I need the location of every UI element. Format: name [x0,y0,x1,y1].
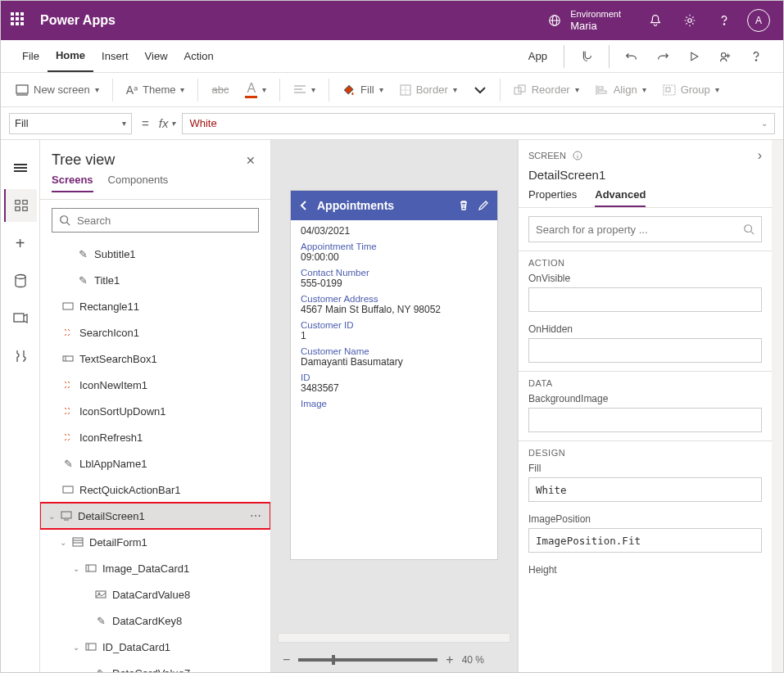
back-icon[interactable] [299,200,309,211]
app-label[interactable]: App [520,50,555,62]
hamburger-button[interactable] [4,151,37,184]
tree-node-datacardvalue8[interactable]: DataCardValue8 [40,581,270,608]
tab-screens[interactable]: Screens [52,174,93,192]
svg-rect-15 [15,207,19,210]
menu-action[interactable]: Action [176,40,222,72]
label-icon: ✎ [94,667,107,674]
zoom-out-button[interactable]: − [283,653,290,667]
insert-button[interactable]: + [4,227,37,260]
align-button-icon[interactable]: ▾ [287,81,322,99]
edit-icon[interactable] [478,200,489,211]
onvisible-label: OnVisible [528,273,762,284]
phone-preview[interactable]: Appointments 04/03/2021 Appointment Time… [291,191,497,559]
backgroundimage-label: BackgroundImage [528,393,762,404]
close-panel-button[interactable]: ✕ [242,154,259,167]
strikethrough-button[interactable]: abc [205,80,235,99]
checker-icon[interactable] [573,43,600,70]
tree-node-title1[interactable]: ✎Title1 [40,267,270,293]
menu-home[interactable]: Home [48,40,93,72]
undo-button[interactable] [618,43,646,70]
tree-node-lblappname1[interactable]: ✎LblAppName1 [40,450,270,477]
chevron-down-icon[interactable]: ⌄ [73,643,79,652]
settings-button[interactable] [675,6,705,35]
tree-view-panel: Tree view ✕ Screens Components ✎Subtitle… [40,140,271,673]
tree-view-button[interactable] [4,189,37,222]
tree-node-detailscreen1[interactable]: ⌄ DetailScreen1 ⋯ [40,503,270,529]
tab-advanced[interactable]: Advanced [595,188,646,207]
theme-button[interactable]: Aᵃ Theme ▾ [120,80,192,100]
play-button[interactable] [680,43,708,70]
collapse-panel-button[interactable]: › [758,148,762,163]
menu-view[interactable]: View [137,40,176,72]
field-value: Damayanti Basumatary [301,356,487,368]
tree-search-input[interactable] [77,215,252,227]
border-button[interactable]: Border ▾ [393,80,464,99]
help-button[interactable] [709,6,739,35]
account-avatar[interactable]: A [744,6,773,35]
search-icon [743,224,755,235]
svg-point-31 [745,225,752,233]
zoom-slider[interactable] [298,658,437,662]
onvisible-input[interactable] [528,287,762,312]
waffle-icon[interactable] [11,12,27,29]
data-button[interactable] [4,264,37,297]
tree-node-datacardvalue7[interactable]: ✎DataCardValue7 [40,660,270,673]
new-screen-button[interactable]: New screen ▾ [9,80,106,99]
more-options-button[interactable]: ⋯ [250,509,262,522]
delete-icon[interactable] [458,200,469,211]
tree-node-image-datacard1[interactable]: ⌄ Image_DataCard1 [40,555,270,581]
tree-node-detailform1[interactable]: ⌄ DetailForm1 [40,529,270,555]
fx-button[interactable]: fx▾ [159,116,176,130]
help-icon[interactable] [742,43,770,70]
redo-button[interactable] [649,43,677,70]
tab-components[interactable]: Components [108,174,169,192]
equals-icon: = [138,116,152,130]
right-scrollbar[interactable] [772,140,783,673]
tree-node-id-datacard1[interactable]: ⌄ ID_DataCard1 [40,634,270,660]
tree-node-rectangle11[interactable]: Rectangle11 [40,293,270,319]
align-group-button[interactable]: Align▾ [589,80,653,99]
zoom-in-button[interactable]: + [446,653,453,667]
chevron-down-icon[interactable]: ⌄ [48,512,55,521]
tree-node-subtitle1[interactable]: ✎Subtitle1 [40,241,270,267]
tree-node-searchicon1[interactable]: SearchIcon1 [40,319,270,346]
chevron-down-icon[interactable]: ⌄ [73,564,79,573]
date-value: 04/03/2021 [301,225,487,237]
onhidden-input[interactable] [528,338,762,363]
notifications-button[interactable] [641,6,670,35]
tree-node-iconsortupdown1[interactable]: IconSortUpDown1 [40,398,270,424]
info-icon[interactable] [573,151,582,160]
backgroundimage-input[interactable] [528,408,762,432]
tree-search[interactable] [52,208,259,233]
imageposition-input[interactable]: ImagePosition.Fit [528,528,762,553]
group-button[interactable]: Group▾ [656,80,726,99]
formula-input[interactable]: White ⌄ [182,113,775,134]
tools-button[interactable] [4,340,37,373]
tree-node-datacardkey8[interactable]: ✎DataCardKey8 [40,608,270,634]
property-selector[interactable]: Fill ▾ [9,113,132,134]
menu-file[interactable]: File [14,40,48,72]
expand-ribbon-button[interactable] [467,83,493,97]
fill-button[interactable]: Fill ▾ [336,80,390,100]
svg-rect-25 [73,538,83,546]
tree-node-textsearchbox1[interactable]: TextSearchBox1 [40,346,270,372]
tree-node-iconnewitem1[interactable]: IconNewItem1 [40,372,270,398]
tree-node-rectquickactionbar1[interactable]: RectQuickActionBar1 [40,477,270,503]
image-icon [94,590,107,598]
zoom-percent: 40 % [462,654,484,666]
field-label: Customer ID [301,320,487,330]
property-search-input[interactable] [536,224,743,236]
menu-insert[interactable]: Insert [93,40,137,72]
font-color-button[interactable]: A▾ [238,78,273,102]
chevron-down-icon[interactable]: ⌄ [60,538,66,547]
tab-properties[interactable]: Properties [528,188,577,207]
property-search[interactable] [528,216,762,242]
tree-node-iconrefresh1[interactable]: IconRefresh1 [40,424,270,450]
share-button[interactable] [711,43,739,70]
media-button[interactable] [4,302,37,335]
horizontal-scrollbar[interactable] [278,633,510,643]
environment-picker[interactable]: Environment Maria [547,9,621,33]
icon-icon [61,432,75,442]
reorder-button[interactable]: Reorder▾ [507,80,586,99]
fill-input[interactable]: White [528,477,762,502]
